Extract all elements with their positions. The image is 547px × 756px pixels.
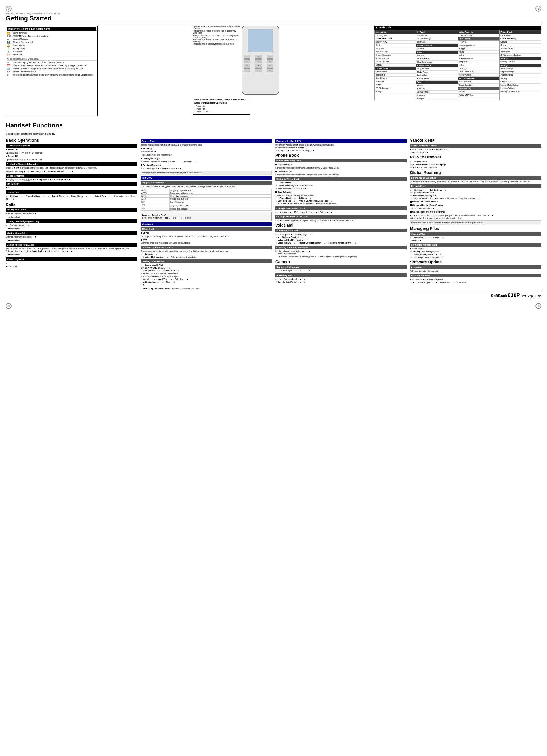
answering-end: ■ to end call — [6, 265, 137, 268]
playing-label: Playing Messages — [141, 157, 272, 160]
power-on-label: Power On — [6, 148, 137, 151]
fl-item: Location Settings — [500, 87, 541, 90]
formatting-desc: ● → Settings → ●→ Memory Card Manager → … — [410, 247, 542, 259]
fl-item: Bookmarks — [375, 74, 416, 77]
answering-desc: ■ — [6, 262, 137, 265]
making-voice-desc: Enter number with area code → ■ — [6, 212, 137, 215]
fl-item: Ring Songs&Tones — [458, 44, 500, 47]
fl-item: Retrieve New — [375, 41, 416, 44]
activating-vm-box: Activating Voice Mail — [275, 229, 407, 232]
making-calls-pb-box: Making Calls from Phone Book — [275, 215, 407, 219]
fl-header-phonebook: Phone Book — [500, 30, 541, 34]
phone-keypad: 1 2 3 4 5 6 7 8 9 * 0 # — [242, 53, 279, 74]
fl-header-settings2: Settings — [500, 64, 541, 67]
save-settings-desc: Select Phone Book memory for new entries… — [275, 194, 407, 205]
deleting-desc: ■ → A message → ■ → Delete → ● → ● → ■ — [141, 167, 272, 170]
display-indicators-title: Display Indicators & Key Assignments — [7, 27, 96, 31]
english-interface-box: English Interface — [6, 174, 137, 178]
softbank-model: 830P — [508, 292, 520, 298]
handset-functions-section: Handset Functions Most operation descrip… — [6, 122, 541, 298]
sms-label: SMS — [141, 238, 272, 241]
retrieving-nw-box: Retrieving Network Information — [6, 162, 137, 166]
fl-col-appli: S! Appli S! Appli List S! Appli Settings… — [416, 30, 458, 100]
di-manner: 🔔 Manner Mode — [7, 44, 96, 47]
fl-item: Saved Data List — [458, 84, 500, 87]
fl-header-appli: S! Appli — [416, 30, 458, 34]
before-leave-box: Before You Leave Japan — [410, 176, 542, 180]
fl-item: S! Addressbook Back-up — [500, 54, 541, 57]
hf-columns: Basic Operations Handset Power On/Off Po… — [6, 138, 541, 298]
saving-phone-book-box: Saving to Phone Book — [275, 177, 407, 181]
softbank-footer: SoftBank 830P First Step Guide — [410, 290, 542, 298]
fl-item: Media Player — [416, 71, 458, 74]
sending-smail-box: Sending S! Mail & SMS — [141, 259, 272, 263]
fl-item: Sent Messages — [375, 50, 416, 53]
fl-item: Infrared — [458, 90, 500, 93]
opening-files-box: Opening Files — [410, 232, 542, 236]
japan-other-desc: ■ → Press and hold 0 → Enter a country/r… — [410, 214, 542, 220]
phone-graphic: 1 2 3 4 5 6 7 8 9 * 0 # — [242, 26, 279, 95]
di-3g: G/3G 3G/GSM Packet Transmission Availabl… — [7, 35, 96, 37]
getting-started-title: Getting Started — [6, 15, 541, 23]
di-battery: 🔋 Battery Level — [7, 47, 96, 50]
fl-header-connectivity: Connectivity — [458, 87, 500, 90]
my-number-desc: ● → 0 — [6, 186, 137, 189]
custom-address-box: Customizing Handset Address — [141, 246, 272, 249]
fl-item: S! Familiar Usability — [458, 57, 500, 60]
fl-item: Call Log — [500, 41, 541, 44]
table-row: ABC½ Double-byte alphanumerics — [141, 192, 272, 194]
di-op5: # Access pictographs/symbols in text ent… — [7, 74, 96, 76]
fl-item: Account Details — [500, 47, 541, 50]
callout-power: Press and hold to turn handset power on/… — [193, 39, 240, 43]
di-signal: 📶 Signal Strength — [7, 32, 96, 35]
callout-manner: Press and hold in Standby to toggle Mann… — [193, 43, 240, 45]
di-op1: ✉ Open Messaging menu or execute Left So… — [7, 61, 96, 64]
col1-content: Basic Operations Handset Power On/Off Po… — [6, 138, 137, 298]
table-row: abc½ Single-byte alphanumerics — [141, 189, 272, 192]
fl-item: Calculator — [416, 94, 458, 97]
answering-call-box: Answering a Call — [6, 257, 137, 261]
fl-item: Security — [500, 77, 541, 80]
di-footnote: * Both indicators appear while abroad. — [7, 58, 96, 60]
fl-item: Sound Settings — [500, 67, 541, 70]
handset-functions-title: Handset Functions — [6, 122, 541, 130]
di-3g-text: 3G/GSM Packet Transmission Available* — [13, 35, 96, 37]
making-calls-pb-desc: ● → ■ to select a page of the required r… — [275, 219, 407, 222]
calling-abroad-end: • ■ to end call — [7, 253, 137, 256]
fl-item: Other Documents — [458, 70, 500, 73]
function-list: Function List Messaging Incoming Mail Cr… — [374, 26, 541, 116]
fl-item: e-Book Viewer — [416, 77, 458, 80]
fl-item: Scan Barcodes — [458, 80, 500, 83]
fl-item: Group — [500, 44, 541, 47]
playing-desc: In Information window, Answer Phone → ● … — [141, 160, 272, 163]
col4-content: Yahoo! Keitai Yahoo! Keitai Main Menu ■ … — [410, 138, 542, 298]
fl-header-barcodes: Bar Code Reader — [458, 77, 500, 80]
formatting-mc-box: Formatting Memory Card — [410, 243, 542, 247]
di-battery-text: Battery Level — [13, 47, 96, 50]
fl-item: Templates — [375, 47, 416, 50]
power-off-desc: Open handset → Press ■ for 2+ seconds — [6, 158, 137, 161]
calling-abroad-desc: International Call Service may require a… — [6, 247, 137, 253]
fl-item: Server Mail Box — [375, 57, 416, 60]
retrieving-nw-manual: To update manually, ● → Connectivity → ●… — [6, 170, 137, 173]
entry-modes-table: abc½ Single-byte alphanumerics ABC½ Doub… — [141, 189, 272, 211]
japan-other-label: Calling Japan and Other Countries — [410, 210, 542, 213]
example-title: Example: Entering "no" — [142, 214, 271, 216]
callout-camera: Activate Camera; press and hold to activ… — [193, 34, 240, 38]
custom-address-desc: Change your handset mail address (alphan… — [141, 250, 272, 258]
fl-item: Drafts — [375, 44, 416, 47]
updating-software-box: Updating Software — [410, 274, 542, 277]
fl-item: Create New SMS — [375, 60, 416, 64]
di-op4: 0‥9 Enter numbers/characters — [7, 71, 96, 73]
di-mail: ✉ Unread Message — [7, 38, 96, 41]
fl-item: Display Settings — [500, 70, 541, 74]
function-list-title: Function List — [374, 26, 541, 30]
fl-item: Call Settings — [500, 80, 541, 83]
text-entry-box: Text Entry — [141, 176, 272, 180]
before-leave-desc: Global Roaming Service may require sign … — [410, 180, 542, 183]
selector-title: Multi Selector: Select items, navigate m… — [194, 98, 249, 101]
saving-desc: ● → Phone Book → ●→ Create New Entry → ●… — [275, 181, 407, 190]
fl-item: Video Camera — [416, 57, 458, 60]
email-desc: Save up to three entries in Phone Book; … — [275, 173, 407, 176]
di-manner-text: Manner Mode — [13, 44, 96, 47]
